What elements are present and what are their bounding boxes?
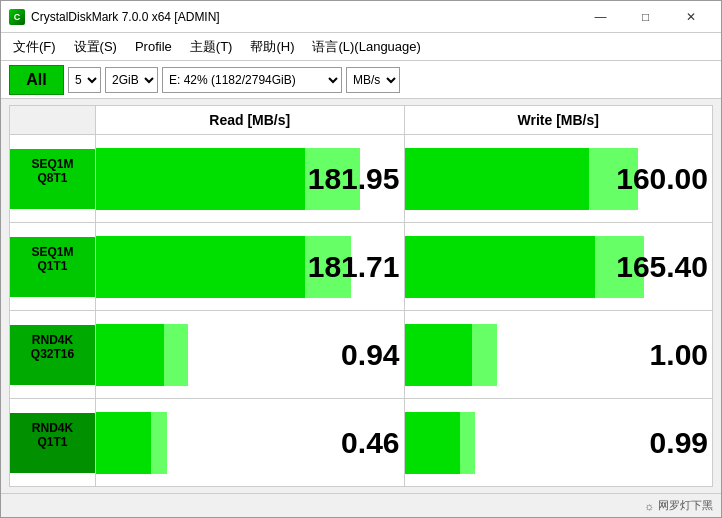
- main-content: Read [MB/s] Write [MB/s] SEQ1MQ8T1: [1, 99, 721, 493]
- minimize-button[interactable]: —: [578, 1, 623, 33]
- read-value-rnd4k-q32t16: 0.94: [96, 338, 404, 372]
- read-value-seq1m-q8t1: 181.95: [96, 162, 404, 196]
- col-header-read: Read [MB/s]: [96, 106, 405, 135]
- table-row: SEQ1MQ1T1 181.71: [10, 223, 713, 311]
- maximize-button[interactable]: □: [623, 1, 668, 33]
- menu-profile[interactable]: Profile: [127, 35, 180, 58]
- menu-help[interactable]: 帮助(H): [242, 34, 302, 60]
- write-value-seq1m-q8t1: 160.00: [405, 162, 713, 196]
- close-button[interactable]: ✕: [668, 1, 713, 33]
- read-value-rnd4k-q1t1: 0.46: [96, 426, 404, 460]
- table-row: RND4KQ32T16 0.94: [10, 311, 713, 399]
- menu-bar: 文件(F) 设置(S) Profile 主题(T) 帮助(H) 语言(L)(La…: [1, 33, 721, 61]
- write-value-rnd4k-q32t16: 1.00: [405, 338, 713, 372]
- col-header-write: Write [MB/s]: [404, 106, 713, 135]
- read-cell-rnd4k-q1t1: 0.46: [96, 399, 405, 487]
- write-cell-seq1m-q8t1: 160.00: [404, 135, 713, 223]
- title-bar: C CrystalDiskMark 7.0.0 x64 [ADMIN] — □ …: [1, 1, 721, 33]
- title-controls: — □ ✕: [578, 1, 713, 33]
- read-value-seq1m-q1t1: 181.71: [96, 250, 404, 284]
- status-icon: ☼: [644, 500, 654, 512]
- read-cell-seq1m-q1t1: 181.71: [96, 223, 405, 311]
- main-window: C CrystalDiskMark 7.0.0 x64 [ADMIN] — □ …: [0, 0, 722, 518]
- read-cell-seq1m-q8t1: 181.95: [96, 135, 405, 223]
- write-cell-rnd4k-q1t1: 0.99: [404, 399, 713, 487]
- row-label-rnd4k-q1t1: RND4KQ1T1: [10, 413, 95, 473]
- write-value-rnd4k-q1t1: 0.99: [405, 426, 713, 460]
- col-header-label: [10, 106, 96, 135]
- menu-file[interactable]: 文件(F): [5, 34, 64, 60]
- status-text: 网罗灯下黑: [658, 498, 713, 513]
- table-row: SEQ1MQ8T1 181.95: [10, 135, 713, 223]
- app-icon: C: [9, 9, 25, 25]
- size-select[interactable]: 2GiB 1GiB 4GiB: [105, 67, 158, 93]
- write-cell-rnd4k-q32t16: 1.00: [404, 311, 713, 399]
- read-cell-rnd4k-q32t16: 0.94: [96, 311, 405, 399]
- count-select[interactable]: 5 1 3: [68, 67, 101, 93]
- benchmark-table: Read [MB/s] Write [MB/s] SEQ1MQ8T1: [9, 105, 713, 487]
- menu-settings[interactable]: 设置(S): [66, 34, 125, 60]
- title-bar-left: C CrystalDiskMark 7.0.0 x64 [ADMIN]: [9, 9, 220, 25]
- status-bar: ☼ 网罗灯下黑: [1, 493, 721, 517]
- write-cell-seq1m-q1t1: 165.40: [404, 223, 713, 311]
- window-title: CrystalDiskMark 7.0.0 x64 [ADMIN]: [31, 10, 220, 24]
- row-label-rnd4k-q32t16: RND4KQ32T16: [10, 325, 95, 385]
- menu-theme[interactable]: 主题(T): [182, 34, 241, 60]
- write-value-seq1m-q1t1: 165.40: [405, 250, 713, 284]
- menu-language[interactable]: 语言(L)(Language): [304, 34, 428, 60]
- toolbar: All 5 1 3 2GiB 1GiB 4GiB E: 42% (1182/27…: [1, 61, 721, 99]
- unit-select[interactable]: MB/s GB/s: [346, 67, 400, 93]
- all-button[interactable]: All: [9, 65, 64, 95]
- row-label-seq1m-q1t1: SEQ1MQ1T1: [10, 237, 95, 297]
- row-label-seq1m-q8t1: SEQ1MQ8T1: [10, 149, 95, 209]
- table-row: RND4KQ1T1 0.46: [10, 399, 713, 487]
- drive-select[interactable]: E: 42% (1182/2794GiB): [162, 67, 342, 93]
